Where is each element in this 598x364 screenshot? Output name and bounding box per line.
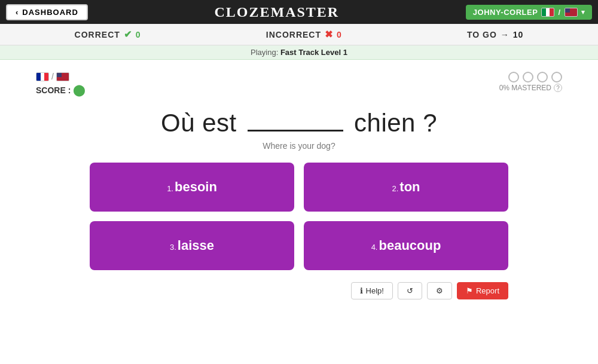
score-coin-icon: ⬤ <box>73 84 85 97</box>
incorrect-value: 0 <box>337 30 342 39</box>
mastery-circles <box>499 72 562 82</box>
game-area: / SCORE : ⬤ 0% MASTERED ? Où est <box>0 60 598 311</box>
chevron-down-icon: ▾ <box>581 8 585 16</box>
flag-us-small-icon <box>56 72 69 81</box>
mastered-text: 0% MASTERED <box>499 84 551 92</box>
answer-button-4[interactable]: 4.beaucoup <box>304 221 508 270</box>
x-icon: ✖ <box>325 29 333 40</box>
incorrect-stat: INCORRECT ✖ 0 <box>266 29 342 40</box>
score-label: SCORE : <box>36 85 71 95</box>
app-title: CLOZEMASTER <box>214 4 339 20</box>
answer-num-4: 4. <box>371 243 378 252</box>
checkmark-icon: ✔ <box>124 29 132 40</box>
mastery-circle-2 <box>523 72 533 82</box>
incorrect-label: INCORRECT <box>266 30 321 39</box>
flags-score-section: / SCORE : ⬤ <box>36 72 85 97</box>
playing-level: Fast Track Level 1 <box>280 48 347 57</box>
question-post: chien ? <box>354 109 437 137</box>
undo-icon: ↺ <box>407 286 413 295</box>
answer-text-2: ton <box>399 179 420 194</box>
answer-text-1: besoin <box>175 179 217 194</box>
user-menu-button[interactable]: JOHNY-CORLEP / ▾ <box>466 5 592 20</box>
mastery-circle-1 <box>508 72 519 82</box>
action-bar: ℹ Help! ↺ ⚙ ⚑ Report <box>90 282 508 299</box>
flag-report-icon: ⚑ <box>466 286 473 295</box>
answer-button-1[interactable]: 1.besoin <box>90 163 294 212</box>
question-pre: Où est <box>161 109 237 137</box>
flag-us-icon <box>565 8 578 17</box>
flag-italian-icon <box>541 8 554 17</box>
togo-label: TO GO <box>467 30 497 39</box>
undo-button[interactable]: ↺ <box>398 282 422 299</box>
help-info-icon: ℹ <box>360 286 363 295</box>
question-blank <box>248 130 343 131</box>
playing-bar: Playing: Fast Track Level 1 <box>0 45 598 60</box>
back-arrow-icon: ‹ <box>16 8 19 17</box>
mastered-section: 0% MASTERED ? <box>499 72 562 92</box>
arrow-icon: → <box>501 30 509 39</box>
question-text: Où est chien ? <box>36 109 562 137</box>
report-button[interactable]: ⚑ Report <box>457 282 508 299</box>
settings-button[interactable]: ⚙ <box>427 282 452 299</box>
dashboard-button[interactable]: ‹ DASHBOARD <box>6 4 88 20</box>
app-header: ‹ DASHBOARD CLOZEMASTER JOHNY-CORLEP / ▾ <box>0 0 598 24</box>
correct-stat: CORRECT ✔ 0 <box>75 29 141 40</box>
dashboard-label: DASHBOARD <box>22 8 78 17</box>
answer-button-3[interactable]: 3.laisse <box>90 221 294 270</box>
info-icon[interactable]: ? <box>554 84 562 92</box>
togo-value: 10 <box>513 30 524 39</box>
playing-prefix: Playing: <box>251 48 278 57</box>
mastery-circle-4 <box>551 72 562 82</box>
stats-bar: CORRECT ✔ 0 INCORRECT ✖ 0 TO GO → 10 <box>0 24 598 45</box>
report-label: Report <box>476 286 499 295</box>
answer-num-1: 1. <box>167 184 173 193</box>
answer-text-3: laisse <box>178 238 214 253</box>
translation-text: Where is your dog? <box>36 141 562 151</box>
correct-label: CORRECT <box>75 30 120 39</box>
flag-french-icon <box>36 72 49 81</box>
slash-separator: / <box>558 8 560 17</box>
correct-value: 0 <box>136 30 141 39</box>
answer-text-4: beaucoup <box>379 238 441 253</box>
help-label: Help! <box>366 286 384 295</box>
answer-button-2[interactable]: 2.ton <box>304 163 508 212</box>
help-button[interactable]: ℹ Help! <box>351 282 393 299</box>
answer-num-3: 3. <box>170 243 176 252</box>
togo-stat: TO GO → 10 <box>467 30 523 39</box>
flags-row: / <box>36 72 85 81</box>
mastered-label: 0% MASTERED ? <box>499 84 562 92</box>
game-top-row: / SCORE : ⬤ 0% MASTERED ? <box>36 72 562 97</box>
mastery-circle-3 <box>537 72 548 82</box>
score-row: SCORE : ⬤ <box>36 84 85 97</box>
gear-icon: ⚙ <box>436 286 443 295</box>
answers-grid: 1.besoin 2.ton 3.laisse 4.beaucoup <box>90 163 508 270</box>
question-section: Où est chien ? Where is your dog? <box>36 109 562 151</box>
user-name: JOHNY-CORLEP <box>473 8 538 17</box>
answer-num-2: 2. <box>392 184 398 193</box>
